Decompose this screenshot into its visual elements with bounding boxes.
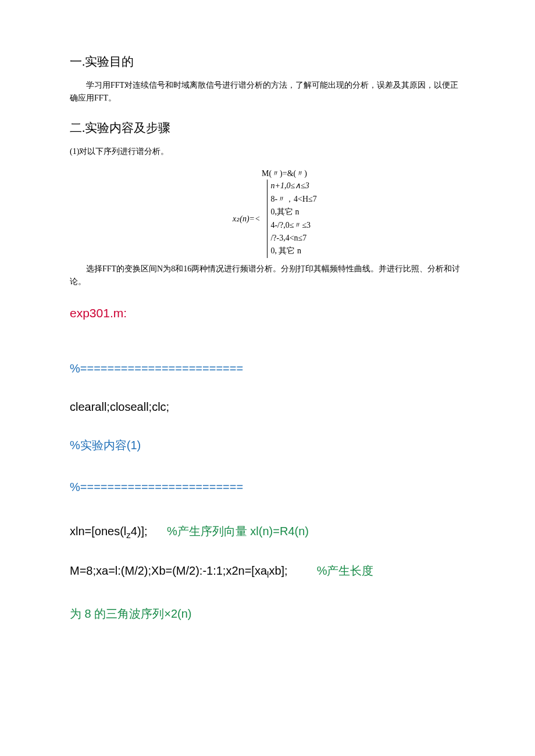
- math-eq3-r1: 4-/?,0≤〃≤3: [270, 219, 316, 232]
- math-eq3-r2: /?-3,4<n≤7: [270, 232, 316, 245]
- math-eq2-r1: n+1,0≤∧≤3: [270, 180, 316, 192]
- after-math-text: 选择FFT的变换区间N为8和16两种情况进行频谱分析。分别打印其幅频特性曲线。并…: [70, 263, 465, 289]
- math-eq2-r3: 0,其它 n: [270, 206, 316, 218]
- section-2-sub1: (1)对以下序列进行谱分析。: [70, 145, 465, 158]
- math-eq3-r3: 0, 其它 n: [270, 245, 316, 257]
- math-eq2-lhs: x₂(n)=<: [233, 213, 260, 225]
- math-eq2-r2: 8-〃，4<H≤7: [270, 193, 316, 206]
- code-comment-1: %实验内容(1): [70, 435, 465, 456]
- section-2-heading: 二.实验内容及步骤: [70, 119, 465, 138]
- code-clear: clearall;closeall;clc;: [70, 396, 465, 417]
- code-line-m: M=8;xa=l:(M/2);Xb=(M/2):-1:1;x2n=[xalxb]…: [70, 560, 465, 582]
- math-eq2: x₂(n)=< n+1,0≤∧≤3 8-〃，4<H≤7 0,其它 n 4-/?,…: [233, 180, 465, 257]
- code-separator-2: %========================: [70, 476, 465, 497]
- section-1-heading: 一.实验目的: [70, 52, 465, 72]
- code-separator-1: %========================: [70, 358, 465, 379]
- code-line-tail: 为 8 的三角波序列×2(n): [70, 603, 465, 624]
- code-filename: exp301.m:: [70, 303, 465, 323]
- section-1-body: 学习用FFT对连续信号和时域离散信号进行谱分析的方法，了解可能出现的分析，误差及…: [70, 79, 465, 105]
- math-block: M(〃)=&(〃) x₂(n)=< n+1,0≤∧≤3 8-〃，4<H≤7 0,…: [233, 167, 465, 257]
- code-line-xln: xln=[ones(lz4)]; %产生序列向量 xl(n)=R4(n): [70, 521, 465, 543]
- math-line-1: M(〃)=&(〃): [262, 167, 465, 180]
- brace-icon: [267, 180, 269, 257]
